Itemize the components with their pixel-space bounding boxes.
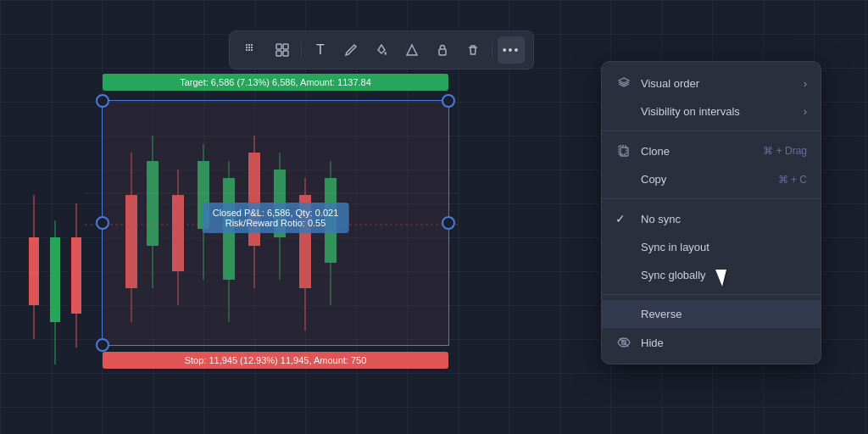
shape-tool[interactable]: [398, 36, 426, 64]
menu-item-reverse[interactable]: Reverse: [602, 300, 821, 328]
menu-item-no-sync[interactable]: ✓ No sync: [602, 204, 821, 233]
svg-rect-18: [50, 237, 60, 322]
svg-rect-14: [439, 49, 446, 55]
arrow-icon-visibility: ›: [804, 105, 807, 118]
svg-rect-10: [283, 44, 288, 49]
menu-item-copy[interactable]: Copy ⌘ + C: [602, 165, 821, 193]
menu-label-clone: Clone: [641, 145, 670, 158]
menu-divider-1: [602, 131, 821, 131]
svg-rect-0: [246, 44, 248, 46]
handle-mid-right[interactable]: [442, 216, 455, 230]
context-menu: Visual order › Visibility on intervals ›…: [601, 61, 821, 364]
drawing-toolbar: T •••: [229, 31, 534, 70]
layers-icon: [615, 76, 632, 90]
svg-rect-1: [248, 44, 250, 46]
svg-rect-20: [71, 237, 81, 314]
text-tool[interactable]: T: [307, 36, 334, 64]
menu-item-clone[interactable]: Clone ⌘ + Drag: [602, 136, 821, 165]
move-tool[interactable]: [238, 36, 265, 64]
svg-rect-4: [248, 47, 250, 48]
menu-label-sync-layout: Sync in layout: [641, 241, 709, 253]
handle-bottom-left[interactable]: [96, 338, 109, 352]
shortcut-copy: ⌘ + C: [778, 174, 807, 186]
handle-top-right[interactable]: [442, 94, 455, 108]
stop-label: Stop: 11,945 (12.93%) 11,945, Amount: 75…: [103, 352, 448, 369]
pen-tool[interactable]: [337, 36, 364, 64]
hide-icon: [615, 336, 632, 349]
svg-rect-8: [251, 49, 253, 51]
svg-marker-13: [407, 45, 417, 55]
menu-divider-3: [602, 294, 821, 295]
menu-label-hide: Hide: [641, 337, 664, 349]
toolbar-divider-2: [492, 42, 492, 58]
fill-tool[interactable]: [368, 36, 395, 64]
svg-rect-2: [251, 44, 253, 46]
menu-item-sync-layout[interactable]: Sync in layout: [602, 233, 821, 261]
handle-top-left[interactable]: [96, 94, 109, 108]
clone-icon: [615, 144, 632, 158]
svg-rect-7: [248, 49, 250, 51]
menu-item-visibility[interactable]: Visibility on intervals ›: [602, 97, 821, 125]
handle-mid-left[interactable]: [96, 216, 109, 230]
select-tool[interactable]: [269, 36, 296, 64]
arrow-icon-visual-order: ›: [804, 77, 807, 90]
svg-rect-12: [283, 51, 288, 56]
menu-label-visual-order: Visual order: [641, 77, 699, 90]
svg-rect-5: [251, 47, 253, 48]
svg-rect-3: [246, 47, 248, 48]
delete-tool[interactable]: [459, 36, 487, 64]
menu-item-sync-global[interactable]: Sync globally: [602, 261, 821, 289]
menu-item-visual-order[interactable]: Visual order ›: [602, 69, 821, 97]
svg-rect-6: [246, 49, 248, 51]
menu-item-hide[interactable]: Hide: [602, 328, 821, 357]
menu-label-no-sync: No sync: [641, 213, 681, 225]
menu-label-visibility: Visibility on intervals: [641, 105, 740, 118]
svg-rect-16: [29, 237, 39, 305]
menu-label-sync-global: Sync globally: [641, 269, 706, 281]
lock-tool[interactable]: [429, 36, 456, 64]
more-options-tool[interactable]: •••: [498, 36, 525, 64]
check-icon: ✓: [615, 212, 632, 225]
shortcut-clone: ⌘ + Drag: [763, 145, 807, 157]
menu-label-reverse: Reverse: [641, 308, 682, 320]
svg-rect-9: [276, 44, 281, 49]
pl-label: Closed P&L: 6,586, Qty: 0.021 Risk/Rewar…: [203, 203, 349, 233]
menu-label-copy: Copy: [641, 173, 666, 186]
menu-divider-2: [602, 198, 821, 199]
toolbar-divider-1: [301, 42, 302, 58]
target-label: Target: 6,586 (7.13%) 6,586, Amount: 113…: [103, 74, 448, 91]
selection-rectangle[interactable]: Target: 6,586 (7.13%) 6,586, Amount: 113…: [102, 100, 449, 346]
svg-rect-11: [276, 51, 281, 56]
